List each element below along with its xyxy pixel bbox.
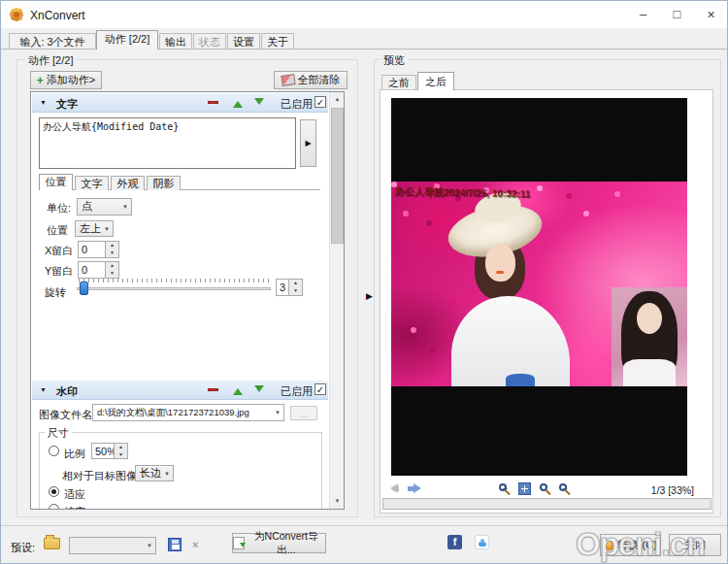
tab-before[interactable]: 之前 <box>381 75 416 89</box>
next-image-button[interactable] <box>408 483 421 494</box>
spin-up-icon[interactable]: ▲ <box>106 262 118 270</box>
zoom-actual-icon[interactable] <box>540 483 547 491</box>
action-list-scrollbar[interactable]: ▲ ▼ <box>329 92 344 509</box>
preset-combobox[interactable]: ▼ <box>69 537 156 554</box>
rotate-label: 旋转 <box>45 285 66 300</box>
image-filename-combobox[interactable]: d:\我的文档\桌面\1721723721039.jpg ▼ <box>92 404 284 421</box>
tab-actions[interactable]: 动作 [2/2] <box>96 30 158 50</box>
page-indicator: 1/3 [33%] <box>651 484 694 496</box>
minimize-button[interactable]: – <box>626 1 660 28</box>
close-button[interactable]: × <box>694 1 728 28</box>
tab-text[interactable]: 文字 <box>75 176 109 190</box>
unit-label: 单位: <box>47 201 71 216</box>
slider-ticks <box>79 279 269 282</box>
watermark-action-header[interactable]: ▼ 水印 已启用 ✓ <box>32 381 328 400</box>
preset-folder-icon[interactable] <box>44 538 60 549</box>
woman-dress <box>451 296 570 386</box>
fill-label: 填充 <box>64 505 85 510</box>
move-down-icon[interactable] <box>254 98 264 110</box>
position-combobox[interactable]: 左上 ▼ <box>75 220 114 237</box>
zoom-out-icon[interactable]: − <box>559 483 567 491</box>
tab-position[interactable]: 位置 <box>39 174 73 190</box>
delete-preset-icon[interactable]: × <box>192 539 198 550</box>
tab-shadow[interactable]: 阴影 <box>147 176 181 190</box>
window-title: XnConvert <box>30 9 85 22</box>
zoom-in-icon[interactable]: + <box>499 483 507 491</box>
maximize-button[interactable]: □ <box>660 1 694 28</box>
spin-up-icon[interactable]: ▲ <box>106 242 118 249</box>
ratio-label: 比例 <box>64 447 85 461</box>
xmargin-label: X留白 <box>45 244 73 258</box>
scroll-down-arrow[interactable]: ▼ <box>330 494 345 509</box>
move-up-icon[interactable] <box>233 96 243 108</box>
tab-appearance[interactable]: 外观 <box>111 176 145 190</box>
rotate-spinner[interactable]: 3 ▲▼ <box>276 279 303 296</box>
watermark-text-overlay: 办公人导航2024/7/25, 10:32:11 <box>395 184 531 201</box>
scroll-thumb[interactable] <box>331 108 344 244</box>
tab-after[interactable]: 之后 <box>417 72 454 90</box>
expand-text-button[interactable]: ▶ <box>300 119 316 167</box>
preview-group-title: 预览 <box>380 53 409 68</box>
woman-lips <box>496 271 504 274</box>
add-action-button[interactable]: + 添加动作> <box>30 71 102 89</box>
spin-down-icon[interactable]: ▼ <box>106 270 118 278</box>
eraser-icon <box>281 74 295 86</box>
preview-pane: 办公人导航2024/7/25, 10:32:11 + − 1/3 [33%] <box>380 89 713 514</box>
combo-arrow-icon: ▼ <box>122 200 128 215</box>
caret-right-icon: ▶ <box>305 139 311 148</box>
spin-down-icon[interactable]: ▼ <box>289 287 302 295</box>
ymargin-label: Y留白 <box>45 264 73 279</box>
tab-input[interactable]: 输入: 3个文件 <box>9 33 96 50</box>
spin-up-icon[interactable]: ▲ <box>115 444 127 451</box>
tab-output[interactable]: 输出 <box>159 33 192 50</box>
facebook-icon[interactable]: f <box>447 535 462 549</box>
collapse-caret-icon[interactable]: ▼ <box>40 99 47 106</box>
enabled-label: 已启用 <box>281 97 313 112</box>
ratio-radio[interactable] <box>49 446 59 456</box>
relative-label: 相对于目标图像 <box>62 469 137 483</box>
enabled-checkbox[interactable]: ✓ <box>314 383 326 395</box>
twitter-icon[interactable] <box>475 535 489 549</box>
spin-down-icon[interactable]: ▼ <box>115 451 127 459</box>
watermark-text-input[interactable]: 办公人导航{Modified Date} <box>39 117 296 169</box>
image-filename-label: 图像文件名 <box>39 408 92 422</box>
scroll-up-arrow[interactable]: ▲ <box>330 92 345 107</box>
tab-status: 状态 <box>193 33 226 50</box>
browse-button: ... <box>290 406 317 420</box>
rotate-slider[interactable] <box>77 279 271 296</box>
blue-detail <box>506 374 535 386</box>
move-down-icon[interactable] <box>254 385 264 397</box>
save-preset-icon[interactable] <box>168 538 182 551</box>
combo-arrow-icon: ▼ <box>147 539 152 553</box>
collapse-caret-icon[interactable]: ▼ <box>40 386 47 393</box>
watermark-action-title: 水印 <box>56 384 78 399</box>
remove-action-icon[interactable] <box>208 101 218 104</box>
portrait-face <box>637 303 662 334</box>
export-nconvert-button[interactable]: 为NConvert导出... <box>232 533 326 553</box>
combo-arrow-icon: ▼ <box>104 221 110 236</box>
move-up-icon[interactable] <box>233 383 243 395</box>
remove-action-icon[interactable] <box>208 388 218 391</box>
fill-radio[interactable] <box>49 504 59 510</box>
portrait-shirt <box>623 359 676 386</box>
fit-radio[interactable] <box>49 486 59 497</box>
enabled-checkbox[interactable]: ✓ <box>314 96 326 108</box>
ymargin-spinner[interactable]: 0 ▲▼ <box>78 261 119 279</box>
fit-to-window-icon[interactable] <box>518 482 531 495</box>
spin-up-icon[interactable]: ▲ <box>289 280 302 287</box>
unit-combobox[interactable]: 点 ▼ <box>77 198 132 216</box>
title-bar: XnConvert – □ × <box>1 1 727 28</box>
slider-track[interactable] <box>77 287 271 290</box>
size-group-title: 尺寸 <box>45 426 72 441</box>
relative-combobox[interactable]: 长边 ▼ <box>135 465 174 481</box>
enabled-label: 已启用 <box>281 384 313 399</box>
xmargin-spinner[interactable]: 0 ▲▼ <box>78 241 119 258</box>
actions-group-title: 动作 [2/2] <box>24 53 77 68</box>
clear-all-button[interactable]: 全部清除 <box>274 71 347 89</box>
tab-settings[interactable]: 设置 <box>227 33 260 50</box>
tab-about[interactable]: 关于 <box>261 33 294 50</box>
ratio-spinner[interactable]: 50% ▲▼ <box>91 443 128 459</box>
slider-handle[interactable] <box>80 282 88 295</box>
text-action-header[interactable]: ▼ 文字 已启用 ✓ <box>32 93 328 113</box>
spin-down-icon[interactable]: ▼ <box>106 249 118 257</box>
